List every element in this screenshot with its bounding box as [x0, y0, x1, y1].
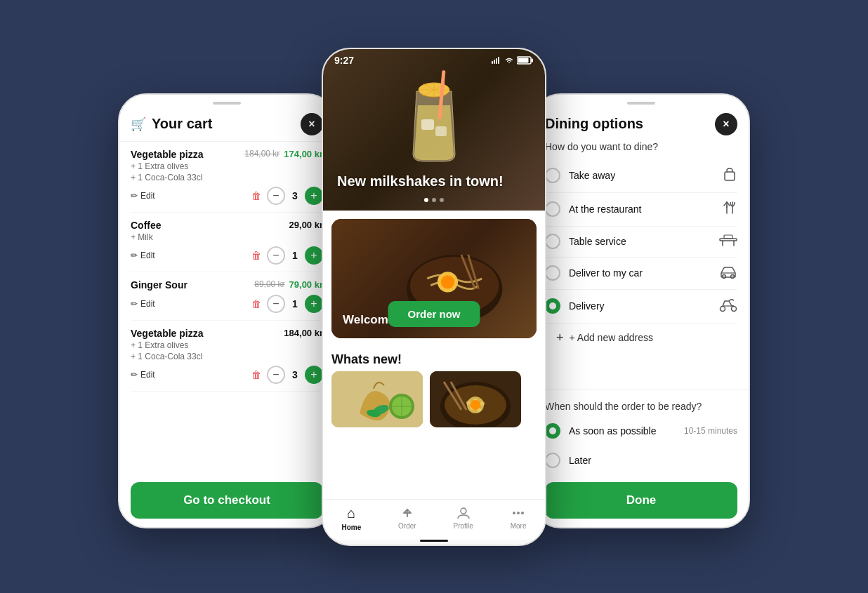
new-item-card[interactable] — [331, 371, 423, 427]
takeaway-label: Take away — [569, 170, 615, 181]
dining-title: Dining options — [545, 116, 643, 132]
carousel-dots — [424, 198, 444, 202]
cart-title-wrap: 🛒 Your cart — [131, 116, 212, 132]
add-address-row[interactable]: + + Add new address — [545, 324, 737, 352]
nav-item-more[interactable]: More — [511, 506, 527, 530]
nav-item-order[interactable]: Order — [398, 506, 416, 530]
battery-icon — [517, 56, 534, 65]
restaurant-label: At the restaurant — [569, 204, 642, 215]
dot — [432, 198, 436, 202]
more-icon — [511, 506, 525, 520]
qty-controls: 🗑 − 1 + — [251, 246, 323, 265]
dining-header: Dining options × — [534, 105, 749, 141]
radio-inner — [549, 302, 556, 309]
edit-button[interactable]: ✏ Edit — [131, 299, 155, 309]
timing-row-asap[interactable]: As soon as possible 10-15 minutes — [534, 416, 749, 446]
edit-button[interactable]: ✏ Edit — [131, 191, 155, 201]
radio-later[interactable] — [545, 453, 560, 468]
option-row-restaurant[interactable]: At the restaurant — [545, 193, 737, 227]
item-controls: ✏ Edit 🗑 − 1 + — [131, 295, 323, 313]
trash-icon[interactable]: 🗑 — [251, 369, 261, 380]
qty-value: 1 — [291, 298, 299, 309]
item-name: Coffee — [131, 220, 162, 231]
item-prices: 184,00 kr 174,00 kr — [244, 149, 323, 159]
cart-item: Vegetable pizza 184,00 kr + 1 Extra oliv… — [131, 321, 323, 392]
trash-icon[interactable]: 🗑 — [251, 250, 261, 261]
item-controls: ✏ Edit 🗑 − 3 + — [131, 187, 323, 205]
welcome-card: Welcome to Royale Order now — [331, 219, 537, 338]
qty-increase-button[interactable]: + — [305, 187, 323, 205]
svg-point-37 — [471, 400, 480, 410]
cart-item-header: Coffee 29,00 kr — [131, 220, 323, 231]
svg-rect-14 — [435, 126, 447, 136]
dining-close-button[interactable]: × — [715, 113, 737, 135]
edit-button[interactable]: ✏ Edit — [131, 251, 155, 260]
divider — [534, 389, 749, 389]
dot-active — [424, 198, 428, 202]
timing-row-later[interactable]: Later — [534, 446, 749, 475]
radio-car[interactable] — [545, 265, 560, 281]
order-now-button[interactable]: Order now — [388, 301, 480, 327]
item-controls: ✏ Edit 🗑 − 1 + — [131, 246, 323, 265]
item-name: Ginger Sour — [131, 279, 188, 291]
option-row-table[interactable]: Table service — [545, 227, 737, 258]
cart-phone: 🛒 Your cart × Vegetable pizza 184,00 kr … — [118, 93, 336, 528]
qty-controls: 🗑 − 3 + — [251, 366, 323, 384]
dot — [440, 198, 444, 202]
qty-increase-button[interactable]: + — [305, 366, 323, 384]
item-addon: + 1 Coca-Cola 33cl — [131, 352, 323, 361]
profile-icon — [456, 506, 471, 520]
trash-icon[interactable]: 🗑 — [251, 298, 261, 309]
wifi-icon — [504, 57, 514, 64]
item-addon: + 1 Coca-Cola 33cl — [131, 173, 323, 182]
restaurant-icon — [722, 200, 737, 219]
new-items-row — [323, 371, 545, 427]
home-icon: ⌂ — [347, 505, 355, 521]
qty-decrease-button[interactable]: − — [267, 187, 285, 205]
qty-decrease-button[interactable]: − — [267, 246, 285, 265]
nav-item-home[interactable]: ⌂ Home — [341, 505, 361, 531]
trash-icon[interactable]: 🗑 — [251, 190, 261, 201]
new-item-card[interactable] — [430, 371, 521, 427]
qty-controls: 🗑 − 1 + — [251, 295, 323, 313]
edit-label: Edit — [140, 370, 155, 380]
option-row-car[interactable]: Deliver to my car — [545, 258, 737, 290]
nav-item-profile[interactable]: Profile — [454, 506, 473, 530]
delivery-icon — [719, 297, 737, 316]
cart-item: Vegetable pizza 184,00 kr 174,00 kr + 1 … — [131, 142, 323, 213]
qty-value: 3 — [291, 369, 299, 380]
edit-button[interactable]: ✏ Edit — [131, 370, 155, 380]
svg-point-20 — [441, 275, 454, 288]
car-svg-icon — [719, 265, 737, 279]
radio-takeaway[interactable] — [545, 168, 560, 183]
radio-table[interactable] — [545, 234, 560, 249]
checkout-button[interactable]: Go to checkout — [131, 482, 323, 519]
qty-increase-button[interactable]: + — [305, 246, 323, 265]
svg-rect-6 — [518, 58, 529, 62]
option-row-delivery[interactable]: Delivery — [545, 290, 737, 324]
cart-close-button[interactable]: × — [301, 113, 323, 135]
qty-decrease-button[interactable]: − — [267, 295, 285, 313]
radio-restaurant[interactable] — [545, 201, 560, 217]
done-button[interactable]: Done — [545, 482, 737, 519]
qty-decrease-button[interactable]: − — [267, 366, 285, 384]
discounted-price: 174,00 kr — [284, 149, 323, 159]
svg-point-59 — [731, 274, 735, 278]
radio-asap[interactable] — [545, 423, 560, 439]
plus-icon: + — [556, 331, 564, 345]
pencil-icon: ✏ — [131, 299, 138, 309]
edit-label: Edit — [140, 191, 155, 201]
qty-increase-button[interactable]: + — [305, 295, 323, 313]
table-label: Table service — [569, 236, 626, 247]
table-icon — [719, 234, 737, 250]
cart-item: Coffee 29,00 kr + Milk ✏ Edit 🗑 − 1 — [131, 213, 323, 272]
item-price: 184,00 kr — [284, 328, 323, 338]
radio-delivery[interactable] — [545, 298, 560, 314]
svg-point-47 — [521, 512, 524, 514]
option-left: Table service — [545, 234, 626, 249]
nav-home-label: Home — [341, 524, 361, 531]
takeaway-icon — [722, 166, 737, 185]
option-row-takeaway[interactable]: Take away — [545, 159, 737, 193]
item-price: 29,00 kr — [289, 220, 323, 230]
timing-question: When should the order to be ready? — [534, 394, 749, 416]
